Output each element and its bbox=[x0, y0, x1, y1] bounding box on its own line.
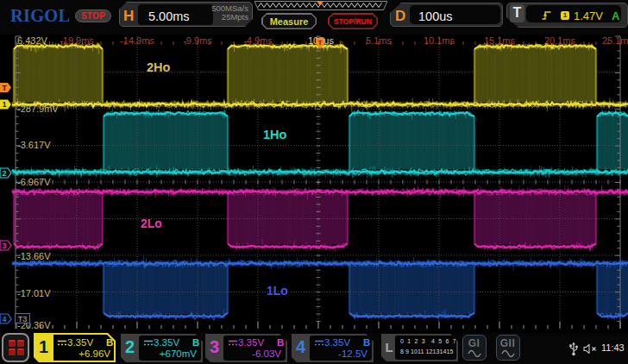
svg-text:-17.01V: -17.01V bbox=[17, 288, 51, 298]
svg-text:T3: T3 bbox=[18, 315, 28, 323]
svg-text:2Ho: 2Ho bbox=[147, 60, 171, 74]
svg-text:1: 1 bbox=[3, 100, 7, 109]
svg-text:1Ho: 1Ho bbox=[263, 128, 287, 141]
svg-text:5.1ms: 5.1ms bbox=[366, 35, 392, 46]
svg-text:10.1ms: 10.1ms bbox=[424, 35, 455, 46]
svg-text:4: 4 bbox=[3, 315, 7, 323]
svg-text:2Lo: 2Lo bbox=[141, 217, 162, 230]
svg-text:6.432V: 6.432V bbox=[17, 35, 48, 46]
svg-text:2: 2 bbox=[3, 169, 7, 178]
svg-text:-14.9ms: -14.9ms bbox=[120, 35, 154, 46]
svg-text:25.1ms: 25.1ms bbox=[602, 35, 628, 46]
svg-text:T: T bbox=[318, 39, 323, 47]
svg-text:-287.9mV: -287.9mV bbox=[17, 104, 59, 114]
svg-text:-3.617V: -3.617V bbox=[17, 140, 51, 150]
svg-text:-9.9ms: -9.9ms bbox=[183, 35, 212, 46]
svg-text:3: 3 bbox=[3, 242, 7, 250]
svg-text:-6.967V: -6.967V bbox=[17, 177, 51, 187]
svg-text:-13.66V: -13.66V bbox=[17, 251, 51, 261]
svg-text:T: T bbox=[2, 84, 7, 92]
svg-text:1Lo: 1Lo bbox=[267, 284, 288, 298]
